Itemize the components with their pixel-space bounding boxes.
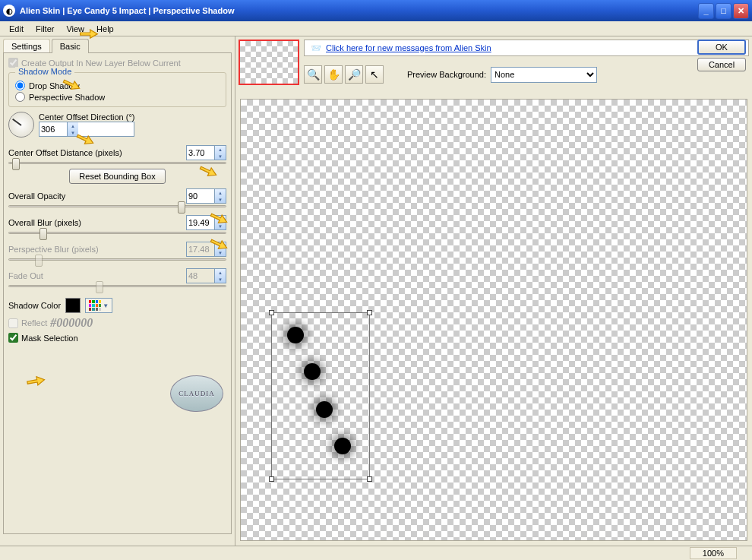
pointer-tool[interactable]: ↖ bbox=[365, 65, 384, 84]
window-title: Alien Skin | Eye Candy 5 Impact | Perspe… bbox=[20, 6, 234, 15]
direction-label: Center Offset Direction (°) bbox=[39, 112, 134, 122]
zoom-level: 100% bbox=[690, 547, 737, 559]
handle-br[interactable] bbox=[367, 476, 372, 482]
fade-row: Fade Out ▲▼ bbox=[8, 268, 226, 283]
distance-row: Center Offset Distance (pixels) ▲▼ bbox=[8, 145, 226, 160]
fade-slider bbox=[8, 285, 226, 287]
shadow-mode-group: Shadow Mode Drop Shadow Perspective Shad… bbox=[8, 72, 226, 107]
radio-perspective-shadow[interactable]: Perspective Shadow bbox=[15, 92, 220, 102]
spinner-up[interactable]: ▲ bbox=[68, 122, 78, 129]
fade-input bbox=[187, 269, 214, 283]
opacity-input[interactable] bbox=[187, 189, 214, 203]
mask-label: Mask Selection bbox=[21, 334, 78, 343]
menu-filter[interactable]: Filter bbox=[30, 23, 60, 35]
fade-label: Fade Out bbox=[8, 271, 43, 280]
pblur-spinner: ▲▼ bbox=[186, 242, 226, 257]
preview-dot bbox=[316, 401, 333, 418]
minimize-button[interactable]: _ bbox=[698, 3, 714, 19]
bounding-box[interactable] bbox=[271, 312, 370, 479]
fade-spinner: ▲▼ bbox=[186, 268, 226, 283]
handle-bl[interactable] bbox=[269, 476, 274, 482]
reset-bounding-box-button[interactable]: Reset Bounding Box bbox=[69, 169, 165, 184]
preview-bg-label: Preview Background: bbox=[407, 70, 486, 79]
shadow-mode-legend: Shadow Mode bbox=[15, 67, 74, 76]
blur-thumb[interactable] bbox=[39, 228, 47, 240]
tab-body: Create Output In New Layer Below Current… bbox=[3, 52, 232, 534]
distance-label: Center Offset Distance (pixels) bbox=[8, 148, 122, 157]
reflect-checkbox: Reflect #000000 bbox=[8, 316, 226, 330]
shadow-color-well[interactable] bbox=[65, 298, 81, 313]
link-icon: 📨 bbox=[311, 43, 321, 53]
opacity-thumb[interactable] bbox=[178, 201, 185, 214]
radio-drop-input[interactable] bbox=[15, 81, 25, 90]
opacity-label: Overall Opacity bbox=[8, 191, 65, 201]
direction-spinner[interactable]: ▲▼ bbox=[39, 122, 134, 137]
preview-dot bbox=[287, 327, 304, 343]
blur-input[interactable] bbox=[187, 216, 214, 229]
zoom-tool[interactable]: 🔍 bbox=[304, 65, 322, 84]
handle-tr[interactable] bbox=[367, 310, 372, 315]
distance-thumb[interactable] bbox=[12, 158, 20, 170]
direction-dial[interactable] bbox=[8, 112, 34, 138]
opacity-row: Overall Opacity ▲▼ bbox=[8, 188, 226, 204]
preview-bg-select[interactable]: None bbox=[491, 67, 597, 83]
cancel-button[interactable]: Cancel bbox=[697, 58, 746, 71]
preview-dot bbox=[334, 438, 351, 454]
create-output-label: Create Output In New Layer Below Current bbox=[21, 59, 181, 68]
preview-dot bbox=[304, 363, 321, 380]
claudia-badge: CLAUDIA bbox=[170, 375, 223, 412]
close-button[interactable]: ✕ bbox=[733, 3, 749, 19]
distance-slider[interactable] bbox=[8, 162, 226, 164]
opacity-spinner[interactable]: ▲▼ bbox=[186, 188, 226, 204]
mask-checkbox[interactable]: Mask Selection bbox=[8, 333, 226, 343]
maximize-button[interactable]: □ bbox=[716, 3, 731, 19]
palette-button[interactable]: ▼ bbox=[85, 298, 112, 313]
blur-spinner[interactable]: ▲▼ bbox=[186, 215, 226, 230]
left-panel: Settings Basic Create Output In New Laye… bbox=[0, 36, 235, 546]
tab-settings[interactable]: Settings bbox=[3, 39, 50, 53]
blur-slider[interactable] bbox=[8, 232, 226, 234]
magnify-tool[interactable]: 🔎 bbox=[345, 65, 363, 84]
color-row: Shadow Color ▼ bbox=[8, 298, 226, 313]
direction-row: Center Offset Direction (°) ▲▼ bbox=[8, 112, 226, 138]
menubar: Edit Filter View Help bbox=[0, 21, 752, 36]
app-icon: ◐ bbox=[3, 5, 15, 17]
radio-drop-shadow[interactable]: Drop Shadow bbox=[15, 81, 220, 90]
opacity-slider[interactable] bbox=[8, 205, 226, 207]
reflect-input bbox=[8, 318, 18, 328]
hex-display: #000000 bbox=[50, 316, 93, 330]
handle-tl[interactable] bbox=[269, 310, 274, 315]
distance-input[interactable] bbox=[187, 146, 214, 160]
menu-edit[interactable]: Edit bbox=[3, 23, 30, 35]
reflect-label: Reflect bbox=[21, 318, 47, 327]
blur-label: Overall Blur (pixels) bbox=[8, 218, 81, 227]
pblur-label: Perspective Blur (pixels) bbox=[8, 245, 99, 254]
message-bar: 📨 Click here for new messages from Alien… bbox=[304, 40, 749, 56]
radio-perspective-input[interactable] bbox=[15, 92, 25, 102]
titlebar: ◐ Alien Skin | Eye Candy 5 Impact | Pers… bbox=[0, 0, 752, 21]
status-bar: 100% bbox=[0, 546, 752, 560]
settings-thumbnail[interactable] bbox=[239, 40, 299, 85]
messages-link[interactable]: Click here for new messages from Alien S… bbox=[326, 43, 491, 52]
direction-input[interactable] bbox=[39, 122, 67, 136]
preview-area[interactable] bbox=[240, 99, 747, 541]
ok-button[interactable]: OK bbox=[697, 40, 746, 55]
mask-input[interactable] bbox=[8, 333, 18, 343]
distance-spinner[interactable]: ▲▼ bbox=[186, 145, 226, 160]
menu-view[interactable]: View bbox=[60, 23, 90, 35]
hand-tool[interactable]: ✋ bbox=[324, 65, 343, 84]
tab-basic[interactable]: Basic bbox=[52, 39, 89, 53]
pblur-input bbox=[187, 242, 214, 256]
shadow-color-label: Shadow Color bbox=[8, 301, 61, 310]
spinner-down[interactable]: ▼ bbox=[68, 129, 78, 136]
pblur-slider bbox=[8, 258, 226, 261]
menu-help[interactable]: Help bbox=[90, 23, 120, 35]
right-panel: 📨 Click here for new messages from Alien… bbox=[235, 36, 752, 546]
